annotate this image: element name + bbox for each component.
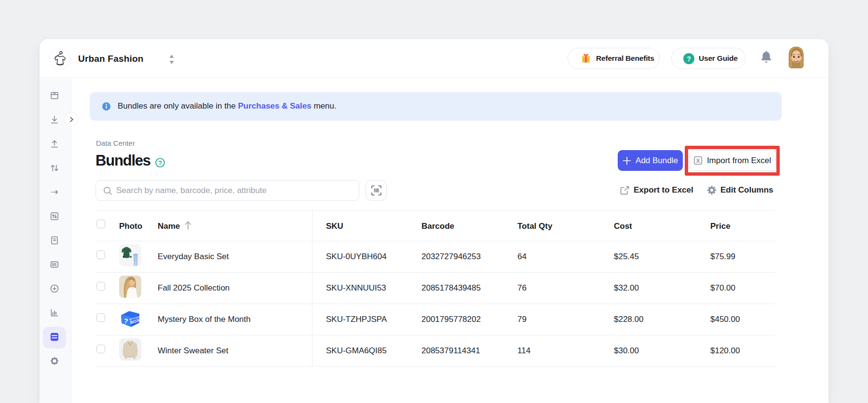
svg-text:?: ?	[158, 159, 162, 167]
svg-text:?: ?	[687, 55, 691, 62]
svg-text:X: X	[696, 158, 700, 164]
